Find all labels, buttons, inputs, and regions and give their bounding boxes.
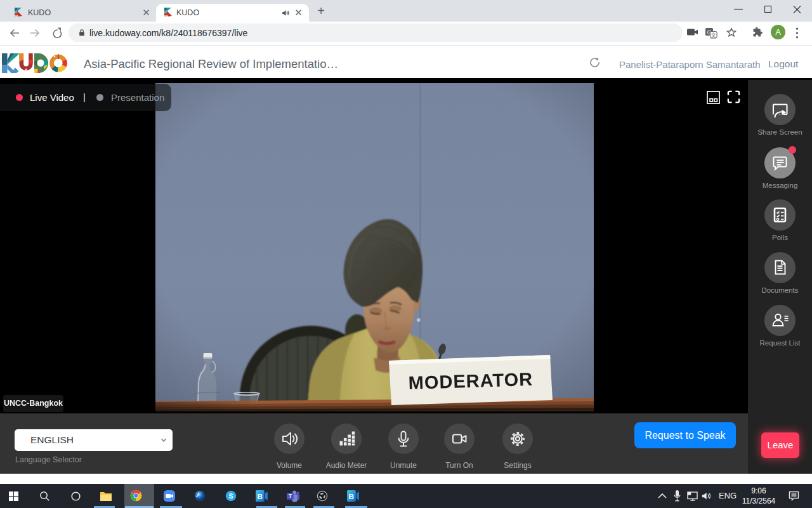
svg-text:S: S <box>228 492 233 500</box>
svg-text:B: B <box>349 492 354 500</box>
svg-text:T: T <box>289 493 292 499</box>
svg-text:文: 文 <box>711 32 717 38</box>
svg-text:MODERATOR: MODERATOR <box>408 369 533 393</box>
svg-text:B: B <box>258 492 263 500</box>
